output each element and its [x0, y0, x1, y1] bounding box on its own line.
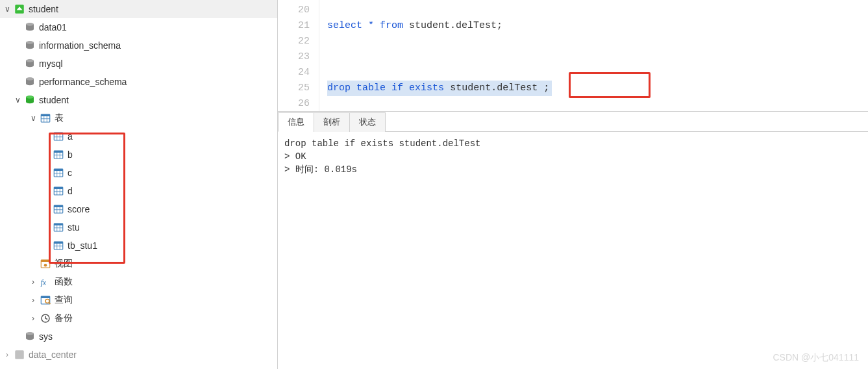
database-icon	[23, 57, 36, 70]
connection-icon	[13, 3, 26, 16]
svg-point-4	[26, 41, 34, 44]
functions-label: 函数	[55, 276, 73, 288]
queries-folder[interactable]: › 查询	[0, 291, 277, 309]
code-line	[327, 96, 868, 112]
tables-folder[interactable]: ∨ 表	[0, 109, 277, 127]
db-label: sys	[39, 331, 53, 342]
output-line: drop table if exists student.delTest	[284, 138, 480, 149]
connection-label: student	[29, 4, 58, 14]
expander-icon[interactable]: ∨	[29, 114, 38, 123]
sql-editor[interactable]: 20 21 22 23 24 25 26 select * from stude…	[278, 0, 868, 112]
svg-point-8	[26, 77, 34, 81]
svg-rect-56	[41, 296, 50, 298]
svg-rect-27	[54, 169, 63, 171]
output-line: > 时间: 0.019s	[284, 164, 357, 175]
expander-icon[interactable]: ›	[3, 350, 12, 359]
expander-icon[interactable]: ›	[29, 314, 38, 323]
table-label: c	[68, 168, 72, 178]
backups-folder[interactable]: › 备份	[0, 309, 277, 327]
database-icon	[23, 39, 36, 52]
svg-rect-47	[54, 242, 63, 244]
expander-icon[interactable]: ∨	[13, 95, 22, 105]
svg-rect-37	[54, 205, 63, 207]
svg-point-53	[44, 264, 47, 267]
expander-icon[interactable]: ∨	[3, 5, 12, 14]
db-item[interactable]: performance_schema	[0, 73, 277, 91]
svg-point-6	[26, 59, 34, 62]
function-icon: fx	[39, 275, 52, 288]
svg-rect-42	[54, 223, 63, 225]
db-tree-sidebar: ∨ student data01 information_schema mysq…	[0, 0, 278, 369]
tab-profile[interactable]: 剖析	[314, 112, 350, 132]
svg-point-10	[26, 95, 34, 99]
table-label: score	[68, 204, 90, 214]
db-label: performance_schema	[39, 77, 127, 87]
backup-icon	[39, 312, 52, 325]
connection-item[interactable]: ∨ student	[0, 0, 277, 18]
tables-label: 表	[55, 112, 64, 124]
code-area[interactable]: select * from student.delTest; drop tabl…	[319, 0, 868, 111]
svg-rect-17	[54, 133, 63, 134]
table-item[interactable]: tb_stu1	[0, 236, 277, 255]
code-line	[327, 65, 868, 81]
code-line	[327, 3, 868, 18]
line-gutter: 20 21 22 23 24 25 26	[278, 0, 319, 111]
table-label: tb_stu1	[68, 240, 97, 251]
table-item[interactable]: a	[0, 127, 277, 146]
functions-folder[interactable]: › fx 函数	[0, 273, 277, 291]
output-line: > OK	[284, 151, 306, 162]
output-panel[interactable]: drop table if exists student.delTest > O…	[278, 132, 868, 369]
table-label: d	[68, 186, 73, 196]
table-item[interactable]: b	[0, 146, 277, 164]
svg-point-61	[26, 332, 34, 335]
table-icon	[52, 130, 65, 143]
table-label: a	[68, 131, 73, 142]
connection-item[interactable]: › data_center	[0, 346, 277, 364]
views-folder[interactable]: 视图	[0, 255, 277, 273]
line-number: 24	[278, 65, 310, 81]
line-number: 26	[278, 96, 310, 112]
tab-status[interactable]: 状态	[349, 112, 386, 132]
query-icon	[39, 294, 52, 307]
svg-rect-62	[15, 350, 24, 359]
db-item[interactable]: mysql	[0, 55, 277, 73]
line-number: 25	[278, 81, 310, 96]
result-tabs: 信息 剖析 状态	[278, 112, 868, 132]
table-item[interactable]: c	[0, 164, 277, 182]
table-icon	[52, 184, 65, 197]
database-active-icon	[23, 94, 36, 107]
database-icon	[23, 21, 36, 34]
views-label: 视图	[55, 258, 73, 270]
expander-icon[interactable]: ›	[29, 296, 38, 305]
db-label: student	[39, 95, 69, 105]
backups-label: 备份	[55, 312, 73, 324]
svg-rect-32	[54, 187, 63, 189]
svg-rect-12	[41, 114, 50, 116]
table-icon	[52, 148, 65, 161]
database-icon	[23, 330, 36, 343]
line-number: 23	[278, 49, 310, 65]
db-item[interactable]: data01	[0, 18, 277, 36]
table-item[interactable]: d	[0, 182, 277, 200]
tab-info[interactable]: 信息	[278, 112, 314, 132]
table-icon	[52, 203, 65, 216]
expander-icon[interactable]: ›	[29, 277, 38, 286]
database-icon	[23, 75, 36, 88]
table-icon	[52, 239, 65, 252]
table-item[interactable]: score	[0, 200, 277, 218]
svg-text:fx: fx	[41, 278, 47, 287]
code-line	[327, 49, 868, 65]
db-item[interactable]: information_schema	[0, 36, 277, 55]
connection-label: data_center	[29, 350, 77, 360]
db-item-sys[interactable]: sys	[0, 327, 277, 346]
line-number: 20	[278, 3, 310, 18]
code-line: select * from student.delTest;	[327, 18, 868, 34]
svg-point-2	[26, 23, 34, 26]
main-panel: 20 21 22 23 24 25 26 select * from stude…	[278, 0, 868, 369]
svg-rect-52	[41, 260, 50, 262]
db-item-student[interactable]: ∨ student	[0, 91, 277, 109]
queries-label: 查询	[55, 294, 73, 306]
table-icon	[52, 221, 65, 234]
table-item[interactable]: stu	[0, 218, 277, 236]
svg-rect-22	[54, 151, 63, 153]
